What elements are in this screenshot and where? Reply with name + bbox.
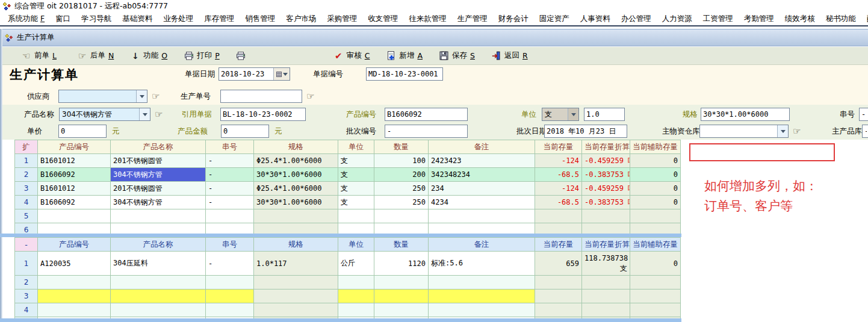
cell[interactable] bbox=[630, 303, 681, 317]
cell[interactable] bbox=[374, 209, 429, 223]
product-code-input[interactable] bbox=[385, 108, 468, 121]
cell[interactable]: 304不锈钢方管 bbox=[111, 196, 206, 209]
chevron-down-icon[interactable] bbox=[568, 108, 578, 120]
column-header[interactable]: 数量 bbox=[374, 140, 429, 154]
return-button[interactable]: 返回R bbox=[491, 51, 528, 61]
column-header[interactable]: 数量 bbox=[374, 238, 429, 252]
cell[interactable] bbox=[429, 276, 535, 289]
cell[interactable]: Φ25.4*1.00*6000 bbox=[254, 154, 338, 168]
cell[interactable] bbox=[111, 209, 206, 223]
row-number[interactable]: 1 bbox=[15, 154, 38, 168]
column-header[interactable]: 串号 bbox=[206, 140, 254, 154]
cell[interactable]: - bbox=[206, 252, 254, 276]
column-header[interactable]: 当前辅助存量 bbox=[630, 140, 681, 154]
ref-doc-input[interactable] bbox=[220, 108, 306, 121]
picker-hand-icon[interactable]: ☞ bbox=[152, 91, 160, 102]
cell[interactable]: 234 bbox=[429, 182, 535, 196]
new-button[interactable]: 新增A bbox=[386, 51, 423, 61]
main-location-input[interactable] bbox=[862, 125, 868, 138]
row-number[interactable]: 3 bbox=[15, 182, 38, 196]
column-header[interactable]: 当前存量 bbox=[535, 140, 582, 154]
column-header[interactable]: 当前存量折算 bbox=[582, 140, 630, 154]
corner-header[interactable]: 扩 bbox=[15, 140, 38, 154]
column-header[interactable]: 单位 bbox=[338, 140, 374, 154]
cell[interactable] bbox=[374, 223, 429, 234]
serial-input[interactable] bbox=[859, 108, 868, 121]
cell[interactable]: -0.459259 吨 bbox=[582, 182, 630, 196]
cell[interactable] bbox=[429, 209, 535, 223]
cell[interactable] bbox=[630, 276, 681, 289]
menu-item[interactable]: 人事资料 bbox=[575, 13, 616, 25]
audit-button[interactable]: ✔审核C bbox=[333, 51, 370, 61]
cell[interactable] bbox=[582, 303, 630, 317]
cell[interactable] bbox=[254, 289, 338, 303]
unit-combo[interactable]: 支 bbox=[542, 108, 579, 121]
menu-item[interactable]: 采购管理 bbox=[321, 13, 362, 25]
menu-item[interactable]: 收支管理 bbox=[362, 13, 403, 25]
cell[interactable] bbox=[254, 223, 338, 234]
cell[interactable]: 2423423 bbox=[429, 154, 535, 168]
cell[interactable] bbox=[338, 276, 374, 289]
cell[interactable]: 4234 bbox=[429, 196, 535, 209]
menu-item[interactable]: 库存管理 bbox=[199, 13, 240, 25]
cell[interactable] bbox=[535, 223, 582, 234]
corner-header[interactable]: - bbox=[15, 238, 38, 252]
cell[interactable]: 1120 bbox=[374, 252, 429, 276]
save-button[interactable]: 保存S bbox=[439, 51, 475, 61]
cell[interactable] bbox=[338, 209, 374, 223]
cell[interactable]: 公斤 bbox=[338, 252, 374, 276]
menu-item[interactable]: 人力资源 bbox=[657, 13, 698, 25]
menu-item[interactable]: 系统功能 F bbox=[2, 13, 50, 25]
cell[interactable] bbox=[338, 289, 374, 303]
menu-item[interactable]: 考勤管理 bbox=[739, 13, 780, 25]
cell[interactable] bbox=[38, 209, 111, 223]
cell[interactable] bbox=[582, 276, 630, 289]
column-header[interactable]: 当前存量 bbox=[535, 238, 582, 252]
cell[interactable] bbox=[206, 223, 254, 234]
column-header[interactable]: 当前辅助存量 bbox=[630, 238, 681, 252]
cell[interactable]: -124 bbox=[535, 182, 582, 196]
product-amount-input[interactable] bbox=[221, 125, 269, 138]
column-header[interactable]: 串号 bbox=[206, 238, 254, 252]
main-warehouse-combo[interactable] bbox=[699, 125, 789, 138]
picker-hand-icon[interactable]: ☞ bbox=[155, 109, 163, 120]
cell[interactable] bbox=[206, 276, 254, 289]
cell[interactable]: A120035 bbox=[38, 252, 111, 276]
cell[interactable]: -124 bbox=[535, 154, 582, 168]
menu-item[interactable]: 基础资料 bbox=[117, 13, 158, 25]
cell[interactable]: 659 bbox=[535, 252, 582, 276]
cell[interactable] bbox=[582, 289, 630, 303]
cell[interactable] bbox=[206, 289, 254, 303]
column-header[interactable]: 规格 bbox=[254, 140, 338, 154]
column-header[interactable]: 单位 bbox=[338, 238, 374, 252]
next-doc-button[interactable]: ☞后单N bbox=[73, 51, 114, 61]
column-header[interactable]: 产品编号 bbox=[38, 238, 111, 252]
cell[interactable]: -0.383753 吨 bbox=[582, 196, 630, 209]
cell[interactable]: 支 bbox=[338, 168, 374, 182]
cell[interactable] bbox=[582, 209, 630, 223]
cell[interactable] bbox=[111, 223, 206, 234]
cell[interactable]: 250 bbox=[374, 182, 429, 196]
column-header[interactable]: 产品名称 bbox=[111, 238, 206, 252]
cell[interactable] bbox=[254, 276, 338, 289]
cell[interactable] bbox=[111, 303, 206, 317]
menu-item[interactable]: 办公管理 bbox=[616, 13, 657, 25]
cell[interactable]: 0 bbox=[630, 168, 681, 182]
cell[interactable]: - bbox=[206, 196, 254, 209]
row-number[interactable]: 6 bbox=[15, 223, 38, 234]
column-header[interactable]: 规格 bbox=[254, 238, 338, 252]
supplier-combo[interactable] bbox=[58, 90, 147, 103]
cell[interactable]: 30*30*1.00*6000 bbox=[254, 196, 338, 209]
cell[interactable]: 支 bbox=[338, 182, 374, 196]
cell[interactable]: 0 bbox=[630, 252, 681, 276]
cell[interactable] bbox=[254, 303, 338, 317]
menu-item[interactable]: 往来款管理 bbox=[403, 13, 452, 25]
cell[interactable]: -68.5 bbox=[535, 168, 582, 182]
menu-item[interactable]: 销售管理 bbox=[240, 13, 281, 25]
cell[interactable]: 0 bbox=[630, 182, 681, 196]
cell[interactable]: 1.0*117 bbox=[254, 252, 338, 276]
cell[interactable] bbox=[254, 209, 338, 223]
row-number[interactable]: 4 bbox=[15, 303, 38, 317]
menu-item[interactable]: 工资管理 bbox=[698, 13, 739, 25]
column-header[interactable]: 产品编号 bbox=[38, 140, 111, 154]
